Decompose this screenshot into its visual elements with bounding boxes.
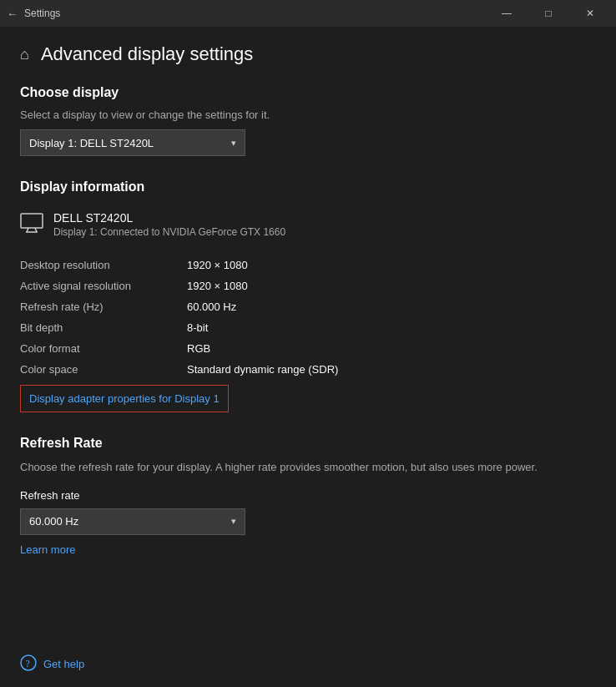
row-value: 60.000 Hz	[187, 301, 236, 313]
refresh-rate-dropdown[interactable]: 60.000 Hz ▾	[20, 508, 245, 535]
close-button[interactable]: ✕	[571, 0, 609, 27]
refresh-rate-arrow: ▾	[231, 516, 236, 527]
monitor-icon	[20, 213, 43, 238]
row-value: 1920 × 1080	[187, 259, 248, 271]
table-row: Active signal resolution1920 × 1080	[20, 275, 596, 296]
row-label: Active signal resolution	[20, 280, 187, 292]
row-label: Refresh rate (Hz)	[20, 301, 187, 313]
choose-display-label: Select a display to view or change the s…	[20, 109, 596, 121]
refresh-rate-heading: Refresh Rate	[20, 436, 596, 451]
page-title: Advanced display settings	[41, 43, 253, 65]
title-bar: ← Settings — □ ✕	[0, 0, 616, 27]
table-row: Color spaceStandard dynamic range (SDR)	[20, 359, 596, 380]
choose-display-heading: Choose display	[20, 85, 596, 100]
display-dropdown[interactable]: Display 1: DELL ST2420L ▾	[20, 129, 245, 156]
help-icon: ?	[20, 654, 37, 674]
monitor-info: DELL ST2420L Display 1: Connected to NVI…	[53, 211, 285, 238]
table-row: Refresh rate (Hz)60.000 Hz	[20, 296, 596, 317]
table-row: Desktop resolution1920 × 1080	[20, 255, 596, 275]
display-info-section: Display information DELL ST2420L Display…	[20, 179, 596, 412]
table-row: Bit depth8-bit	[20, 317, 596, 338]
row-value: 8-bit	[187, 321, 208, 334]
app-title: Settings	[24, 8, 60, 19]
row-label: Bit depth	[20, 321, 187, 334]
row-label: Color space	[20, 363, 187, 376]
window-controls: — □ ✕	[487, 0, 609, 27]
learn-more-link[interactable]: Learn more	[20, 543, 75, 556]
row-value: RGB	[187, 342, 210, 355]
get-help-link[interactable]: Get help	[43, 658, 84, 670]
monitor-header: DELL ST2420L Display 1: Connected to NVI…	[20, 203, 596, 246]
back-button[interactable]: ←	[7, 8, 18, 20]
display-dropdown-value: Display 1: DELL ST2420L	[29, 137, 154, 149]
row-value: Standard dynamic range (SDR)	[187, 363, 338, 376]
home-icon[interactable]: ⌂	[20, 46, 29, 63]
refresh-label: Refresh rate	[20, 489, 596, 502]
adapter-properties-link[interactable]: Display adapter properties for Display 1	[20, 385, 229, 412]
info-table: Desktop resolution1920 × 1080Active sign…	[20, 255, 596, 380]
main-content: ⌂ Advanced display settings Choose displ…	[0, 27, 616, 687]
row-label: Desktop resolution	[20, 259, 187, 271]
footer: ? Get help	[20, 654, 84, 674]
display-dropdown-arrow: ▾	[231, 138, 236, 149]
title-bar-left: ← Settings	[7, 8, 60, 20]
table-row: Color formatRGB	[20, 338, 596, 359]
display-info-heading: Display information	[20, 179, 596, 194]
refresh-rate-value: 60.000 Hz	[29, 515, 78, 528]
row-value: 1920 × 1080	[187, 280, 248, 292]
display-info-box: Desktop resolution1920 × 1080Active sign…	[20, 255, 596, 380]
refresh-rate-section: Refresh Rate Choose the refresh rate for…	[20, 436, 596, 556]
page-header: ⌂ Advanced display settings	[20, 43, 596, 65]
monitor-name: DELL ST2420L	[53, 211, 285, 225]
refresh-description: Choose the refresh rate for your display…	[20, 459, 596, 476]
svg-rect-0	[21, 214, 43, 228]
minimize-button[interactable]: —	[487, 0, 526, 27]
monitor-connection: Display 1: Connected to NVIDIA GeForce G…	[53, 226, 285, 238]
choose-display-section: Choose display Select a display to view …	[20, 85, 596, 156]
maximize-button[interactable]: □	[529, 0, 568, 27]
row-label: Color format	[20, 342, 187, 355]
svg-text:?: ?	[26, 658, 30, 669]
